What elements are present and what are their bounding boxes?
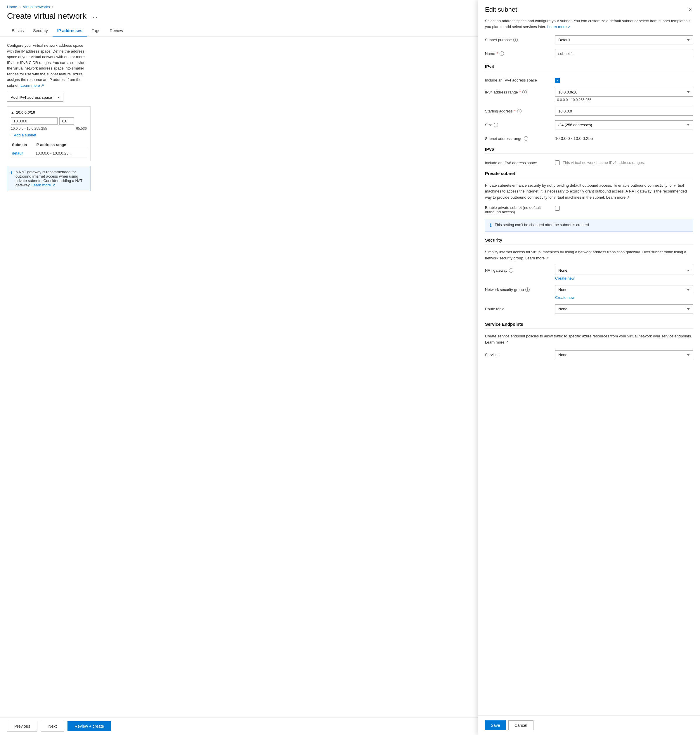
collapse-arrow-icon[interactable]: ▲ — [11, 110, 14, 115]
add-ipv4-button[interactable]: Add IPv4 address space ▾ — [7, 93, 63, 101]
nat-gateway-label: NAT gateway — [485, 268, 507, 273]
name-info-icon[interactable]: i — [500, 51, 504, 56]
size-label: Size — [485, 123, 492, 127]
security-learn-more-link[interactable]: Learn more ↗ — [525, 256, 549, 260]
subnets-table: Subnets IP address range default 10.0.0.… — [11, 141, 87, 157]
name-label: Name — [485, 51, 495, 56]
size-select[interactable]: /24 (256 addresses) — [555, 121, 693, 129]
address-available-count: 65,536 — [76, 126, 87, 131]
address-range-text: 10.0.0.0 - 10.0.255.255 — [11, 126, 47, 131]
subnet-range-cell: 10.0.0.0 - 10.0.0.25... — [34, 149, 87, 157]
subnet-purpose-select[interactable]: Default — [555, 35, 693, 44]
cancel-button[interactable]: Cancel — [508, 720, 534, 730]
ipv6-section-heading: IPv6 — [485, 147, 693, 151]
drawer-title: Edit subnet — [485, 6, 517, 13]
left-learn-more-link[interactable]: Learn more ↗ — [21, 83, 44, 88]
services-label: Services — [485, 353, 500, 357]
services-select[interactable]: None — [555, 350, 693, 359]
address-block-cidr: 10.0.0.0/16 — [16, 110, 35, 115]
ipv4-range-label: IPv4 address range — [485, 90, 518, 94]
starting-address-row: Starting address * i — [485, 107, 693, 116]
security-desc: Simplify internet access for virtual mac… — [485, 249, 693, 262]
left-description: Configure your virtual network address s… — [7, 43, 91, 88]
info-learn-more-link[interactable]: Learn more ↗ — [32, 183, 55, 187]
ipv4-range-row: IPv4 address range * i 10.0.0.0/16 10.0.… — [485, 88, 693, 102]
breadcrumb-virtual-networks[interactable]: Virtual networks — [23, 5, 50, 9]
drawer-description: Select an address space and configure yo… — [485, 18, 693, 29]
note-info-icon: ℹ — [490, 223, 492, 228]
include-ipv6-checkbox[interactable] — [555, 160, 560, 165]
enable-private-checkbox[interactable] — [555, 206, 560, 211]
subnet-address-range-info-icon[interactable]: i — [524, 137, 528, 141]
subnet-address-range-label: Subnet address range — [485, 137, 522, 141]
review-create-button[interactable]: Review + create — [68, 721, 111, 731]
address-block: ▲ 10.0.0.0/16 10.0.0.0 - 10.0.255.255 65… — [7, 106, 91, 161]
route-table-select[interactable]: None — [555, 304, 693, 313]
size-info-icon[interactable]: i — [494, 123, 498, 127]
subnet-purpose-row: Subnet purpose i Default — [485, 35, 693, 44]
nsg-create-new-link[interactable]: Create new — [555, 295, 693, 300]
drawer-learn-more-link[interactable]: Learn more ↗ — [547, 25, 571, 29]
ip-range-col-header: IP address range — [34, 141, 87, 149]
breadcrumb-home[interactable]: Home — [7, 5, 17, 9]
previous-button[interactable]: Previous — [7, 721, 37, 732]
edit-subnet-drawer: Edit subnet × Select an address space an… — [478, 0, 700, 735]
ipv4-section-heading: IPv4 — [485, 64, 693, 69]
nat-gateway-select[interactable]: None — [555, 266, 693, 275]
nsg-label: Network security group — [485, 287, 524, 292]
drawer-footer: Save Cancel — [478, 716, 700, 735]
page-title: Create virtual network — [7, 12, 87, 21]
ellipsis-menu-button[interactable]: … — [90, 12, 100, 21]
private-note-text: This setting can't be changed after the … — [495, 223, 589, 227]
add-ipv4-label: Add IPv4 address space — [11, 95, 52, 100]
services-row: Services None — [485, 350, 693, 359]
service-endpoints-heading: Service Endpoints — [485, 322, 693, 326]
nat-gateway-row: NAT gateway i None Create new — [485, 266, 693, 281]
private-note-box: ℹ This setting can't be changed after th… — [485, 219, 693, 232]
drawer-header: Edit subnet × — [478, 0, 700, 18]
tab-security[interactable]: Security — [28, 25, 53, 37]
save-button[interactable]: Save — [485, 720, 506, 730]
size-row: Size i /24 (256 addresses) — [485, 121, 693, 129]
ipv4-range-subtext: 10.0.0.0 - 10.0.255.255 — [555, 98, 693, 102]
drawer-body: Select an address space and configure yo… — [478, 18, 700, 716]
ipv6-divider — [485, 153, 693, 154]
chevron-down-icon: ▾ — [58, 96, 60, 99]
nsg-info-icon[interactable]: i — [525, 287, 530, 292]
private-subnet-learn-more-link[interactable]: Learn more ↗ — [606, 195, 630, 200]
service-endpoints-divider — [485, 328, 693, 329]
tab-tags[interactable]: Tags — [87, 25, 105, 37]
service-endpoints-desc: Create service endpoint policies to allo… — [485, 333, 693, 345]
info-box: ℹ A NAT gateway is recommended for outbo… — [7, 166, 91, 191]
ipv4-range-info-icon[interactable]: i — [522, 90, 527, 94]
address-ip-input[interactable] — [11, 118, 57, 125]
starting-address-label: Starting address — [485, 109, 513, 113]
subnet-address-range-row: Subnet address range i 10.0.0.0 - 10.0.0… — [485, 134, 693, 141]
service-endpoints-learn-more-link[interactable]: Learn more ↗ — [485, 340, 509, 344]
ipv4-range-select[interactable]: 10.0.0.0/16 — [555, 88, 693, 97]
close-button[interactable]: × — [687, 6, 693, 13]
nsg-select[interactable]: None — [555, 285, 693, 294]
tab-basics[interactable]: Basics — [7, 25, 28, 37]
left-panel: Configure your virtual network address s… — [7, 43, 98, 711]
add-subnet-link[interactable]: + Add a subnet — [11, 133, 87, 137]
route-table-label: Route table — [485, 307, 504, 311]
include-ipv4-checkbox[interactable] — [555, 78, 560, 83]
starting-address-info-icon[interactable]: i — [517, 109, 522, 113]
next-button[interactable]: Next — [41, 721, 64, 732]
tab-ip-addresses[interactable]: IP addresses — [53, 25, 87, 37]
subnet-purpose-info-icon[interactable]: i — [513, 38, 518, 42]
nat-gateway-create-new-link[interactable]: Create new — [555, 276, 693, 281]
tab-review[interactable]: Review — [105, 25, 128, 37]
starting-address-input[interactable] — [555, 107, 693, 116]
nsg-row: Network security group i None Create new — [485, 285, 693, 300]
subnet-name-link[interactable]: default — [12, 151, 24, 156]
private-subnet-divider — [485, 178, 693, 178]
address-prefix-input[interactable] — [59, 118, 74, 125]
subnets-col-header: Subnets — [11, 141, 34, 149]
private-subnet-heading: Private subnet — [485, 171, 693, 176]
include-ipv4-row: Include an IPv4 address space — [485, 76, 693, 83]
nat-gateway-info-icon[interactable]: i — [509, 268, 513, 273]
name-input[interactable] — [555, 49, 693, 58]
ipv6-placeholder-text: This virtual network has no IPv6 address… — [563, 160, 645, 165]
